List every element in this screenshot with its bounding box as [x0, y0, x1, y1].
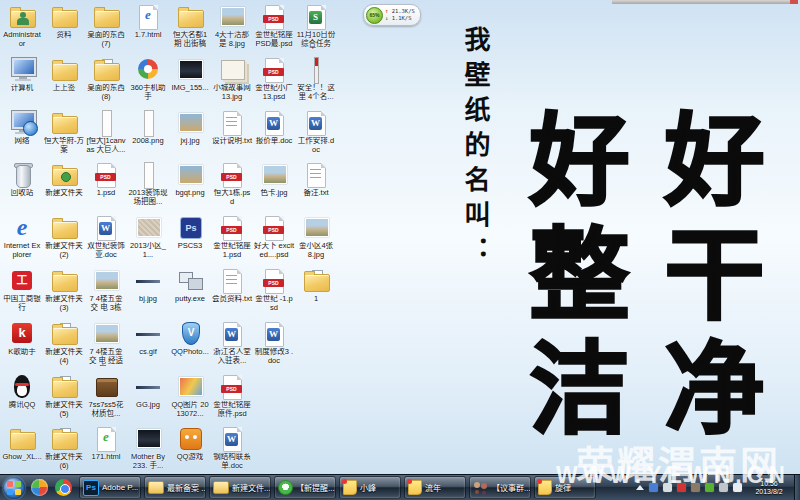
desktop-icon-doc[interactable]: W报价单.doc: [253, 108, 295, 159]
hidden-window-close-sliver[interactable]: [790, 0, 798, 4]
chrome-icon[interactable]: [55, 479, 72, 496]
desktop-icon-imgcity[interactable]: 4天干活那是 8.jpg: [211, 2, 253, 53]
taskbar-button[interactable]: 新建文件...: [209, 476, 271, 499]
taskbar-button[interactable]: PsAdobe P...: [79, 476, 141, 499]
taskbar-button[interactable]: 【议事群...: [469, 476, 531, 499]
desktop-icon-label: 会员资料.txt: [211, 295, 253, 304]
desktop-icon-folder[interactable]: Ghow_XL...: [1, 424, 43, 475]
desktop-icon-imgline[interactable]: cs.gif: [127, 319, 169, 370]
desktop-icon-kapp[interactable]: kK歌助手: [1, 319, 43, 370]
taskbar-button[interactable]: 【新提醒...: [274, 476, 336, 499]
desktop-icon-html[interactable]: e1.7.html: [127, 2, 169, 53]
desktop-icon-label: 制度修改3 .doc: [253, 348, 295, 365]
desktop-icon-folder[interactable]: 上上签: [43, 55, 85, 106]
desktop-icon-exe[interactable]: putty.exe: [169, 266, 211, 317]
desktop-icon-folderimg[interactable]: 桌面的东西 (8): [85, 55, 127, 106]
desktop-icon-label: 7ss7ss5花 材质包...: [85, 401, 127, 418]
desktop-icon-folderapp[interactable]: 新建文件夹: [43, 160, 85, 211]
desktop-icon-shield[interactable]: VQQPhoto...: [169, 319, 211, 370]
desktop-icon-imgcity[interactable]: 7 4楼五金交 电 3栋2...: [85, 266, 127, 317]
desktop-icon-imgqq[interactable]: QQ图片 2013072...: [169, 372, 211, 423]
taskbar: PsAdobe P...最新备案 ...新建文件...【新提醒...小峰流年【议…: [0, 474, 800, 500]
show-desktop-button[interactable]: [794, 475, 800, 500]
desktop-icon-qq[interactable]: 腾讯QQ: [1, 372, 43, 423]
desktop-icon-imgcity[interactable]: 7 4楼五金交 电 经适房...: [85, 319, 127, 370]
desktop-icon-thermo[interactable]: 安全！！这里 4个名...: [295, 55, 337, 106]
360-safe-green-icon[interactable]: [705, 483, 714, 492]
desktop-icon-computer[interactable]: 计算机: [1, 55, 43, 106]
desktop-icon-folder[interactable]: 资料: [43, 2, 85, 53]
desktop-icon-doc[interactable]: W钢结构联系 单.doc: [211, 424, 253, 475]
sogou-browser-icon[interactable]: [31, 479, 48, 496]
taskbar-button[interactable]: 旋律: [534, 476, 596, 499]
desktop-icon-app360[interactable]: 360手机助手: [127, 55, 169, 106]
messenger-blue-icon[interactable]: [649, 483, 658, 492]
desktop-icon-label: 恒大1栋.psd: [211, 189, 253, 206]
desktop-icon-label: 钢结构联系 单.doc: [211, 453, 253, 470]
desktop-icon-imgtall[interactable]: [恒大]1canvas 大巨人...: [85, 108, 127, 159]
psd-icon: PSD: [215, 372, 249, 401]
desktop-icon-imgline[interactable]: bj.jpg: [127, 266, 169, 317]
desktop-icon-doc[interactable]: W制度修改3 .doc: [253, 319, 295, 370]
desktop-icon-bank[interactable]: 工中国工商银 行: [1, 266, 43, 317]
network-traffic-widget[interactable]: 65% ↑ 21.3K/S ↓ 1.1K/S: [363, 4, 421, 26]
taskbar-button[interactable]: 最新备案 ...: [144, 476, 206, 499]
desktop-icon-folderimg[interactable]: 新建文件夹 (5): [43, 372, 85, 423]
desktop-icon-ie[interactable]: eInternet Explorer: [1, 213, 43, 264]
desktop-icon-psd[interactable]: PSD1.psd: [85, 160, 127, 211]
input-method-icon[interactable]: [663, 483, 672, 492]
desktop-icon-psd[interactable]: PSD好天下 excited....psd: [253, 213, 295, 264]
desktop-icon-folderimg[interactable]: 新建文件夹 (6): [43, 424, 85, 475]
desktop-icon-folder[interactable]: 新建文件夹 (3): [43, 266, 85, 317]
desktop-icon-xls[interactable]: S11月10日份 综合任务表...: [295, 2, 337, 53]
taskbar-button[interactable]: 流年: [404, 476, 466, 499]
desktop-icon-label: Mother By 233. 手...: [127, 453, 169, 470]
desktop-icon-imgdark[interactable]: Mother By 233. 手...: [127, 424, 169, 475]
desktop-icon-folder[interactable]: 恒大华府-方 案: [43, 108, 85, 159]
desktop-icon-user[interactable]: Administrator: [1, 2, 43, 53]
desktop-icon-network[interactable]: 网络: [1, 108, 43, 159]
volume-icon[interactable]: [733, 483, 742, 492]
desktop-icon-greene[interactable]: e171.html: [85, 424, 127, 475]
desktop-icon-psd[interactable]: PSD金世纪 -1.psd: [253, 266, 295, 317]
desktop-icon-imgcity[interactable]: 金小区4张 8.jpg: [295, 213, 337, 264]
desktop-icon-txt[interactable]: 会员资料.txt: [211, 266, 253, 317]
desktop-icon-psd[interactable]: PSD恒大1栋.psd: [211, 160, 253, 211]
desktop-icon-psd[interactable]: PSD金世纪小广 13.psd: [253, 55, 295, 106]
desktop-icon-box[interactable]: 7ss7ss5花 材质包...: [85, 372, 127, 423]
taskbar-button[interactable]: 小峰: [339, 476, 401, 499]
hidden-icons-arrow[interactable]: [636, 485, 644, 490]
desktop-icon-doc[interactable]: W双世纪装饰 亚.doc: [85, 213, 127, 264]
hidden-window-strip[interactable]: [612, 0, 790, 4]
desktop-icon-psd[interactable]: PSD金世纪铭座 原件.psd: [211, 372, 253, 423]
desktop-icon-imgtall[interactable]: 2008.png: [127, 108, 169, 159]
desktop-icon-papers[interactable]: 小城故事网 13.jpg: [211, 55, 253, 106]
desktop-icon-imgdark[interactable]: IMG_155...: [169, 55, 211, 106]
desktop-icon-imgtall[interactable]: 2013装饰现 场把图...: [127, 160, 169, 211]
desktop-icon-pscs3[interactable]: PsPSCS3: [169, 213, 211, 264]
sogou-dog-icon[interactable]: [691, 483, 700, 492]
desktop-icon-txt[interactable]: 备注.txt: [295, 160, 337, 211]
desktop-icon-imgcity[interactable]: 色卡.jpg: [253, 160, 295, 211]
desktop-icon-imgphoto[interactable]: jxj.jpg: [169, 108, 211, 159]
desktop-icon-imgphoto[interactable]: bgqt.png: [169, 160, 211, 211]
desktop-icon-doc[interactable]: W浙江名人堂 入驻表...: [211, 319, 253, 370]
desktop-icon-psd[interactable]: PSD金世纪铭座 1.psd: [211, 213, 253, 264]
desktop-icon-folderimg[interactable]: 1: [295, 266, 337, 317]
desktop-icon-imgpattern[interactable]: 2013小区_1...: [127, 213, 169, 264]
desktop-icon-folder[interactable]: 恒大名都1期 出街稿: [169, 2, 211, 53]
desktop-icon-tiger[interactable]: QQ游戏: [169, 424, 211, 475]
taskbar-clock[interactable]: 10:56 2013/8/2: [747, 480, 791, 496]
desktop-icon-folderimg[interactable]: 新建文件夹 (4): [43, 319, 85, 370]
desktop-icon-recycle[interactable]: 回收站: [1, 160, 43, 211]
device-icon[interactable]: [719, 483, 728, 492]
start-button[interactable]: [3, 477, 25, 499]
desktop-icon-folder[interactable]: 新建文件夹 (2): [43, 213, 85, 264]
desktop-icon-doc[interactable]: W工作安排.doc: [295, 108, 337, 159]
desktop-icon-folder[interactable]: 桌面的东西 (7): [85, 2, 127, 53]
desktop-icon-txt[interactable]: 设计说明.txt: [211, 108, 253, 159]
desktop-icon-imgline[interactable]: GG.jpg: [127, 372, 169, 423]
desktop-icon-psd[interactable]: PSD金世纪铭座 PSD最.psd: [253, 2, 295, 53]
360-security-red-icon[interactable]: [677, 483, 686, 492]
wallpaper-headline-right: 好干净: [656, 108, 756, 450]
